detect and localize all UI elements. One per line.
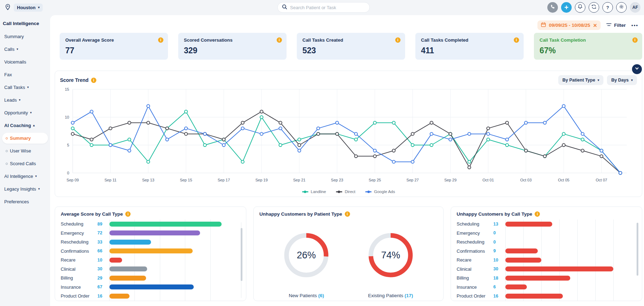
bar-row-billing: Billing29 — [61, 274, 235, 283]
sidebar-item-user-wise[interactable]: User Wise — [2, 145, 48, 156]
sidebar-item-leads[interactable]: Leads▾ — [2, 95, 48, 106]
avatar[interactable]: AF — [630, 2, 640, 13]
info-icon[interactable]: i — [91, 78, 96, 83]
bar-value: 33 — [97, 240, 109, 245]
search-input[interactable] — [290, 5, 365, 10]
legend-item-landline[interactable]: Landline — [302, 190, 326, 194]
dropdown-by-patient-type[interactable]: By Patient Type▾ — [558, 75, 603, 85]
bar[interactable] — [109, 240, 151, 245]
sidebar-item-legacy-insights[interactable]: Legacy Insights▾ — [2, 184, 48, 194]
info-icon[interactable]: i — [632, 37, 638, 43]
bar[interactable] — [109, 248, 193, 253]
bar-label: Clinical — [457, 266, 493, 272]
location-selector[interactable]: Houston ▾ — [14, 4, 43, 12]
settings-button[interactable] — [616, 2, 627, 13]
date-range-chip[interactable]: 09/09/25 - 10/08/25 ✕ — [537, 20, 601, 30]
sync-button[interactable] — [589, 2, 599, 13]
bar[interactable] — [505, 276, 570, 281]
svg-text:Sep 15: Sep 15 — [180, 178, 192, 182]
bar[interactable] — [109, 294, 130, 299]
sidebar-item-ai-coaching[interactable]: AI Coaching▴ — [2, 120, 48, 131]
legend-marker-icon — [365, 190, 372, 193]
gear-icon — [619, 4, 624, 11]
bar[interactable] — [505, 266, 613, 271]
sidebar-item-preferences[interactable]: Preferences — [2, 196, 48, 207]
plus-icon: + — [564, 4, 568, 12]
chevron-down-icon: ▾ — [38, 187, 40, 191]
bar-label: Clinical — [61, 266, 97, 272]
sidebar-item-summary[interactable]: Summary — [2, 31, 48, 42]
bar-row-billing: Billing18 — [457, 274, 631, 283]
filter-button[interactable]: Filter — [606, 23, 626, 28]
legend-marker-icon — [336, 190, 342, 193]
bar-track — [109, 220, 235, 229]
legend-label: Google Ads — [374, 190, 395, 194]
dropdown-by-days[interactable]: By Days▾ — [607, 75, 637, 85]
bar-label: Product Order — [457, 293, 493, 299]
bar-label: Rescheduling — [457, 239, 493, 245]
svg-text:Oct 05: Oct 05 — [558, 178, 569, 182]
sidebar-item-label: Leads — [4, 97, 17, 103]
sidebar-item-label: Fax — [4, 72, 12, 77]
bar-value: 18 — [493, 276, 505, 281]
bar[interactable] — [109, 222, 222, 227]
info-icon[interactable]: i — [395, 37, 401, 43]
svg-text:Sep 17: Sep 17 — [218, 178, 230, 182]
info-icon[interactable]: i — [158, 37, 163, 43]
bullet-ring-icon — [6, 163, 8, 165]
info-icon[interactable]: i — [514, 37, 519, 43]
location-label: Houston — [17, 5, 36, 10]
sidebar-item-summary[interactable]: Summary — [2, 133, 48, 144]
more-options-button[interactable]: ••• — [631, 23, 638, 28]
unhappy-patient-title: Unhappy Customers by Patient Type — [259, 211, 342, 217]
legend-item-google-ads[interactable]: Google Ads — [365, 190, 395, 194]
info-icon[interactable]: i — [345, 211, 350, 217]
bar[interactable] — [505, 248, 538, 253]
dropdown-label: By Days — [611, 78, 628, 83]
kpi-label: Scored Conversations — [184, 37, 281, 43]
svg-text:5: 5 — [67, 143, 69, 147]
info-icon[interactable]: i — [535, 211, 540, 217]
bar[interactable] — [109, 230, 200, 235]
bar[interactable] — [505, 294, 563, 299]
bar[interactable] — [505, 222, 552, 227]
add-button[interactable]: + — [561, 2, 572, 13]
sidebar-item-ai-intelligence[interactable]: AI Intelligence▾ — [2, 171, 48, 182]
collapse-panel-button[interactable] — [632, 64, 642, 74]
svg-text:Oct 07: Oct 07 — [596, 178, 607, 182]
bar[interactable] — [109, 258, 122, 263]
scrollbar-thumb[interactable] — [637, 223, 638, 276]
kpi-value: 329 — [184, 46, 281, 55]
sidebar-item-opportunity[interactable]: Opportunity▾ — [2, 107, 48, 118]
notifications-button[interactable] — [575, 2, 585, 13]
bar-row-clinical: Clinical30 — [457, 265, 631, 274]
sidebar-item-label: Legacy Insights — [4, 186, 36, 192]
bar-label: Scheduling — [61, 221, 97, 227]
sidebar-item-scored-calls[interactable]: Scored Calls — [2, 158, 48, 169]
info-icon[interactable]: i — [277, 37, 282, 43]
global-search[interactable] — [277, 2, 370, 13]
bar-value: 30 — [493, 266, 505, 271]
help-button[interactable]: ? — [602, 2, 613, 13]
sidebar-item-voicemails[interactable]: Voicemails — [2, 56, 48, 67]
scrollbar-thumb[interactable] — [241, 228, 242, 281]
bar-value: 72 — [97, 230, 109, 235]
bar-row-insurance: Insurance6 — [457, 283, 631, 292]
unhappy-call-title: Unhappy Customers by Call Type — [457, 211, 532, 217]
bar-track — [505, 238, 631, 247]
bar[interactable] — [109, 284, 194, 289]
sidebar-item-call-tasks[interactable]: Call Tasks▾ — [2, 82, 48, 93]
legend-item-direct[interactable]: Direct — [336, 190, 355, 194]
clear-date-icon[interactable]: ✕ — [593, 23, 597, 28]
kpi-label: Overall Average Score — [65, 37, 162, 43]
bar[interactable] — [505, 284, 527, 289]
bar-row-partial — [61, 301, 235, 301]
bar[interactable] — [109, 266, 147, 271]
sidebar-item-fax[interactable]: Fax — [2, 69, 48, 80]
bar[interactable] — [505, 258, 541, 263]
info-icon[interactable]: i — [125, 211, 131, 217]
phone-button[interactable] — [547, 2, 558, 13]
bar[interactable] — [109, 276, 146, 281]
sidebar-item-calls[interactable]: Calls▾ — [2, 44, 48, 55]
kpi-card-scored-conversations: Scored Conversations329i — [178, 33, 287, 60]
